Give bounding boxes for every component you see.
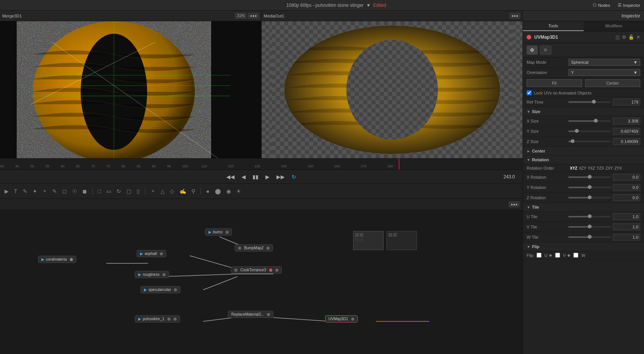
inspector-tab-gear-icon[interactable]: ⛭: [540, 46, 551, 55]
node-cooktorrance3[interactable]: CookTorrance3: [231, 266, 282, 274]
camera-tool[interactable]: ◉: [225, 187, 232, 196]
node-bumo[interactable]: ▶ bumo: [205, 228, 232, 236]
rot-order-zxy[interactable]: ZXY: [606, 166, 613, 170]
brush-tool[interactable]: ✎: [21, 187, 29, 196]
viewer-media-more[interactable]: ●●●: [510, 13, 520, 19]
node-coralmateria[interactable]: ▶ coralmateria: [38, 256, 76, 263]
shape-tool[interactable]: △: [159, 187, 166, 196]
orientation-dropdown-btn[interactable]: Y ▼: [568, 69, 640, 76]
select-tool[interactable]: ▶: [3, 187, 10, 196]
x-rotation-slider[interactable]: [568, 176, 611, 178]
tab-tools[interactable]: Tools: [523, 21, 584, 31]
map-mode-dropdown[interactable]: Spherical ▼: [568, 59, 640, 66]
playhead[interactable]: [399, 159, 399, 170]
hand-tool[interactable]: ✍: [178, 187, 188, 196]
node-uvmap3d1[interactable]: UVMap3D1: [325, 315, 358, 323]
size-section-header[interactable]: ▼ Size: [523, 107, 644, 116]
flip-checkbox[interactable]: [537, 253, 541, 258]
dodge-tool[interactable]: ☉: [71, 187, 79, 196]
go-to-end-button[interactable]: ▶▶: [275, 172, 286, 181]
w-tile-value[interactable]: 1.0: [613, 234, 640, 241]
rot-order-zyx[interactable]: ZYX: [614, 166, 622, 170]
rotate-tool[interactable]: ↻: [115, 187, 123, 196]
bucket-tool[interactable]: ◼: [81, 187, 88, 196]
inspector-close-btn[interactable]: ✕: [636, 35, 640, 40]
zoom-tool[interactable]: ⚲: [190, 187, 197, 196]
clone-tool[interactable]: ▢: [125, 187, 133, 196]
nodes-button[interactable]: ⬡ Nodes: [593, 3, 610, 8]
y-size-value[interactable]: 0.607459: [613, 128, 640, 135]
x-size-slider[interactable]: [568, 120, 611, 122]
lock-uvs-checkbox[interactable]: [527, 90, 532, 95]
rot-order-yxz[interactable]: YXZ: [588, 166, 595, 170]
rot-order-yzx[interactable]: YZX: [597, 166, 604, 170]
y-size-slider[interactable]: [568, 131, 611, 132]
timeline-ruler[interactable]: 40 45 50 55 60 65 70 75 80 85 90 95 100 …: [0, 159, 522, 170]
y-rotation-value[interactable]: 0.0: [613, 184, 640, 191]
inspector-lock-btn[interactable]: 🔓: [628, 35, 634, 40]
z-size-slider[interactable]: [568, 141, 611, 142]
node-canvas[interactable]: ▶ bumo ▶ asphalt BumpMap2 ▶ coralmateri: [0, 210, 522, 354]
tab-modifiers[interactable]: Modifiers: [584, 21, 644, 31]
y-rotation-slider[interactable]: [568, 187, 611, 188]
inspector-settings-btn[interactable]: ⚙: [622, 35, 626, 40]
ref-time-slider[interactable]: [568, 101, 611, 103]
loop-button[interactable]: ↻: [290, 172, 298, 181]
crop-tool[interactable]: □: [96, 187, 103, 196]
rot-order-xzy[interactable]: XZY: [579, 166, 586, 170]
stamp-tool[interactable]: ▯: [135, 187, 141, 196]
eraser-tool[interactable]: ◻: [61, 187, 68, 196]
go-to-start-button[interactable]: ◀◀: [225, 172, 236, 181]
center-section-header[interactable]: ► Center: [523, 147, 644, 156]
paint-tool[interactable]: ✎: [51, 187, 58, 196]
w-tile-slider[interactable]: [568, 236, 611, 238]
stop-button[interactable]: ▮▮: [251, 172, 260, 181]
mini-node-2[interactable]: [387, 231, 417, 250]
node-replacematerial3[interactable]: ReplaceMaterial3...: [228, 311, 273, 318]
material-tool[interactable]: ⬤: [213, 187, 223, 196]
node-puhoviktm1[interactable]: ▶ puhoviktm_1: [135, 315, 180, 323]
fit-button[interactable]: Fit: [527, 79, 582, 87]
u-tile-value[interactable]: 1.0: [613, 213, 640, 220]
node-area-more[interactable]: ●●●: [509, 201, 519, 207]
viewer-3d-more[interactable]: ●●●: [248, 13, 259, 19]
inspector-button[interactable]: ☰ Inspector: [618, 3, 640, 8]
magic-wand-tool[interactable]: ✦: [31, 187, 39, 196]
orientation-dropdown[interactable]: Y ▼: [568, 69, 640, 76]
v-tile-value[interactable]: 1.0: [613, 223, 640, 230]
node-area-header: ●●●: [0, 199, 522, 210]
node-tool[interactable]: ◇: [169, 187, 176, 196]
viewer-3d-zoom[interactable]: 31%: [235, 13, 246, 19]
flip-v-checkbox[interactable]: [555, 253, 560, 258]
mini-node-1[interactable]: [353, 231, 384, 250]
node-bumpmap2[interactable]: BumpMap2: [235, 244, 273, 252]
lasso-tool[interactable]: ⚬: [41, 187, 49, 196]
center-button[interactable]: Center: [585, 79, 641, 87]
node-rougtness[interactable]: ▶ rougtness: [135, 271, 169, 278]
transform-tool[interactable]: ▭: [105, 187, 113, 196]
x-rotation-value[interactable]: 0.0: [613, 174, 640, 181]
z-rotation-value[interactable]: 0.0: [613, 194, 640, 201]
node-specularcolar[interactable]: ▶ specularcolar: [140, 286, 180, 293]
3d-tool[interactable]: ●: [205, 187, 211, 196]
z-rotation-slider[interactable]: [568, 197, 611, 198]
u-tile-slider[interactable]: [568, 216, 611, 217]
tile-section-header[interactable]: ▼ Tile: [523, 203, 644, 212]
v-tile-slider[interactable]: [568, 226, 611, 228]
flip-w-checkbox[interactable]: [573, 253, 578, 258]
rot-order-xyz[interactable]: XYZ: [570, 166, 577, 170]
play-button[interactable]: ▶: [264, 172, 271, 181]
light-tool[interactable]: ☀: [235, 187, 243, 196]
pen-tool[interactable]: ⚬: [149, 187, 157, 196]
step-back-button[interactable]: ◀: [240, 172, 247, 181]
map-mode-dropdown-btn[interactable]: Spherical ▼: [568, 59, 640, 66]
ref-time-value[interactable]: 179: [613, 99, 640, 105]
z-size-value[interactable]: 0.149099: [613, 138, 640, 145]
node-asphalt[interactable]: ▶ asphalt: [137, 250, 166, 257]
x-size-value[interactable]: 3.308: [613, 118, 640, 124]
inspector-grid-btn[interactable]: ◫: [616, 35, 620, 40]
flip-section-header[interactable]: ▼ Flip: [523, 242, 644, 251]
inspector-tab-settings-icon[interactable]: ⚙: [527, 46, 538, 55]
text-tool[interactable]: T: [13, 187, 19, 196]
rotation-section-header[interactable]: ▼ Rotation: [523, 156, 644, 164]
